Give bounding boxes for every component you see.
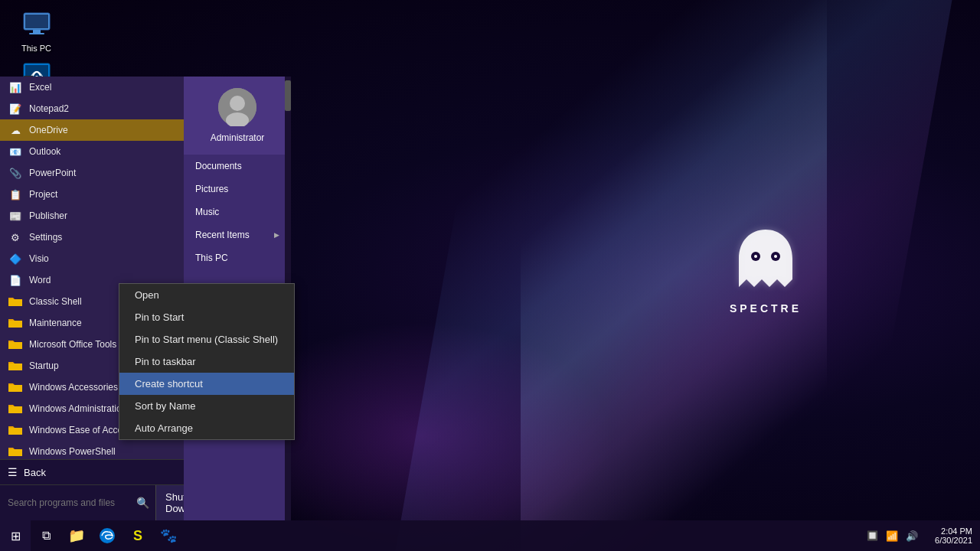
svg-rect-30 bbox=[8, 449, 22, 456]
menu-item-notepad2[interactable]: 📝Notepad2 bbox=[0, 98, 184, 119]
taskbar: ⊞ ⧉ 📁 S 🐾 🔲 📶 🔊 2:04 PM 6/30/2021 bbox=[0, 520, 980, 551]
context-item-open[interactable]: Open bbox=[119, 284, 294, 306]
clock-date: 6/30/2021 bbox=[935, 536, 972, 545]
clock[interactable]: 2:04 PM 6/30/2021 bbox=[923, 527, 976, 545]
menu-item-project[interactable]: 📋Project bbox=[0, 184, 184, 205]
powerpoint-label: PowerPoint bbox=[29, 168, 176, 178]
publisher-label: Publisher bbox=[29, 210, 176, 221]
user-menu-label-pictures: Pictures bbox=[195, 184, 228, 194]
context-item-pin-to-taskbar[interactable]: Pin to taskbar bbox=[119, 350, 294, 373]
back-icon: ☰ bbox=[8, 466, 18, 478]
svg-rect-25 bbox=[8, 342, 22, 349]
context-item-auto-arrange[interactable]: Auto Arrange bbox=[119, 417, 294, 439]
svg-rect-23 bbox=[8, 299, 22, 306]
tray-network[interactable]: 📶 bbox=[883, 520, 901, 551]
onedrive-label: OneDrive bbox=[29, 125, 176, 135]
svg-point-3 bbox=[774, 255, 777, 258]
taskbar-shield[interactable]: S bbox=[122, 520, 153, 551]
excel-icon: 📊 bbox=[8, 80, 23, 95]
svg-rect-26 bbox=[8, 364, 22, 370]
settings-icon: ⚙ bbox=[8, 230, 23, 245]
menu-item-powerpoint[interactable]: 📎PowerPoint bbox=[0, 162, 184, 184]
visio-label: Visio bbox=[29, 253, 176, 264]
svg-rect-29 bbox=[8, 428, 22, 435]
context-item-create-shortcut[interactable]: Create shortcut bbox=[119, 373, 294, 395]
spectre-text: SPECTRE bbox=[730, 302, 802, 315]
username: Administrator bbox=[211, 132, 265, 143]
svg-point-2 bbox=[754, 255, 757, 258]
start-button[interactable]: ⊞ bbox=[0, 520, 31, 551]
start-menu-footer: ☰ Back 🔍 Shut Down ▶ bbox=[0, 459, 184, 520]
scroll-thumb[interactable] bbox=[285, 80, 291, 111]
windows-ease-icon bbox=[8, 422, 23, 438]
this-pc-icon bbox=[21, 11, 52, 42]
user-menu-label-music: Music bbox=[195, 207, 219, 217]
onedrive-icon: ☁ bbox=[8, 122, 23, 138]
svg-rect-5 bbox=[25, 15, 48, 28]
user-menu-item-recent-items[interactable]: Recent Items▶ bbox=[184, 223, 291, 246]
context-menu: OpenPin to StartPin to Start menu (Class… bbox=[119, 283, 295, 440]
startup-icon bbox=[8, 358, 23, 373]
notepad2-icon: 📝 bbox=[8, 101, 23, 116]
settings-label: Settings bbox=[29, 232, 176, 243]
user-menu-item-documents[interactable]: Documents bbox=[184, 155, 291, 178]
taskbar-edge[interactable] bbox=[92, 520, 122, 551]
project-label: Project bbox=[29, 189, 176, 200]
search-input[interactable] bbox=[0, 491, 130, 514]
taskbar-file-explorer[interactable]: 📁 bbox=[61, 520, 92, 551]
tray-audio[interactable]: 🔊 bbox=[903, 520, 921, 551]
maintenance-icon bbox=[8, 315, 23, 331]
back-button[interactable]: ☰ Back bbox=[0, 460, 184, 484]
user-menu-item-this-pc[interactable]: This PC bbox=[184, 246, 291, 269]
svg-rect-27 bbox=[8, 385, 22, 392]
user-menu-label-recent-items: Recent Items bbox=[195, 230, 250, 240]
menu-item-visio[interactable]: 🔷Visio bbox=[0, 248, 184, 269]
windows-powershell-label: Windows PowerShell bbox=[29, 446, 176, 457]
menu-item-publisher[interactable]: 📰Publisher bbox=[0, 205, 184, 227]
menu-item-settings[interactable]: ⚙Settings bbox=[0, 227, 184, 248]
ms-office-tools-icon bbox=[8, 337, 23, 352]
powerpoint-icon: 📎 bbox=[8, 165, 23, 181]
taskbar-task-view[interactable]: ⧉ bbox=[31, 520, 61, 551]
context-item-pin-to-start[interactable]: Pin to Start bbox=[119, 306, 294, 328]
visio-icon: 🔷 bbox=[8, 251, 23, 266]
tray-notifications[interactable]: 🔲 bbox=[863, 520, 881, 551]
windows-powershell-icon bbox=[8, 444, 23, 459]
publisher-icon: 📰 bbox=[8, 208, 23, 223]
desktop-icon-this-pc[interactable]: This PC bbox=[8, 8, 65, 57]
outlook-label: Outlook bbox=[29, 146, 176, 157]
menu-item-windows-powershell[interactable]: Windows PowerShell bbox=[0, 441, 184, 459]
svg-rect-24 bbox=[8, 321, 22, 328]
user-menu-arrow-recent-items: ▶ bbox=[274, 231, 279, 239]
user-avatar bbox=[218, 88, 256, 126]
svg-rect-28 bbox=[8, 406, 22, 413]
taskbar-bear[interactable]: 🐾 bbox=[153, 520, 184, 551]
svg-rect-7 bbox=[29, 33, 44, 34]
menu-item-onedrive[interactable]: ☁OneDrive bbox=[0, 119, 184, 141]
user-menu-item-pictures[interactable]: Pictures bbox=[184, 178, 291, 201]
user-menu-label-this-pc: This PC bbox=[195, 253, 228, 263]
windows-admin-icon bbox=[8, 401, 23, 416]
user-menu-list: DocumentsPicturesMusicRecent Items▶This … bbox=[184, 155, 291, 269]
notepad2-label: Notepad2 bbox=[29, 103, 176, 114]
windows-accessories-icon bbox=[8, 380, 23, 395]
context-item-pin-to-start-classic[interactable]: Pin to Start menu (Classic Shell) bbox=[119, 328, 294, 350]
outlook-icon: 📧 bbox=[8, 144, 23, 159]
context-item-sort-by-name[interactable]: Sort by Name bbox=[119, 395, 294, 417]
spectre-logo: SPECTRE bbox=[689, 207, 842, 329]
project-icon: 📋 bbox=[8, 187, 23, 202]
user-avatar-section: Administrator bbox=[184, 77, 291, 155]
svg-rect-6 bbox=[33, 30, 41, 33]
user-menu-item-music[interactable]: Music bbox=[184, 201, 291, 223]
word-icon: 📄 bbox=[8, 272, 23, 288]
back-label: Back bbox=[24, 467, 46, 478]
system-tray: 🔲 📶 🔊 2:04 PM 6/30/2021 bbox=[859, 520, 980, 551]
menu-item-excel[interactable]: 📊Excel bbox=[0, 77, 184, 98]
menu-item-outlook[interactable]: 📧Outlook bbox=[0, 141, 184, 162]
clock-time: 2:04 PM bbox=[941, 527, 972, 536]
classic-shell-icon bbox=[8, 294, 23, 309]
svg-point-33 bbox=[230, 96, 245, 111]
this-pc-label: This PC bbox=[21, 44, 51, 53]
search-button[interactable]: 🔍 bbox=[130, 491, 155, 515]
user-menu-label-documents: Documents bbox=[195, 161, 242, 171]
